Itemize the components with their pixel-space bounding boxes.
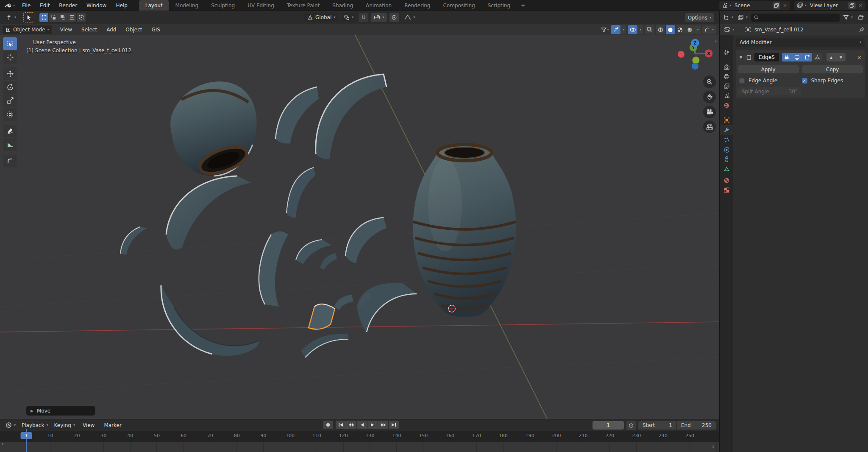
shading-material-button[interactable]	[676, 25, 685, 34]
active-tool-select-box[interactable]	[23, 12, 34, 22]
menu-file[interactable]: File	[17, 0, 35, 11]
workspace-tab-uv-editing[interactable]: UV Editing	[241, 0, 281, 11]
tool-measure[interactable]	[3, 138, 17, 151]
copy-button[interactable]: Copy	[802, 65, 863, 73]
timeline-expand-arrow-right[interactable]: ‹	[712, 443, 714, 449]
view-layer-name[interactable]: View Layer	[807, 3, 847, 8]
modifier-cage-toggle[interactable]	[812, 53, 822, 61]
move-modifier-up-button[interactable]: ▲	[826, 53, 836, 61]
proportional-falloff-dropdown[interactable]: ▾	[401, 13, 418, 22]
menu-edit[interactable]: Edit	[35, 0, 54, 11]
operator-panel[interactable]: ▶ Move	[26, 406, 95, 416]
transform-orientation-dropdown[interactable]: Global ▾	[304, 13, 338, 22]
properties-editor-type-button[interactable]: ▾	[723, 25, 735, 34]
tab-output[interactable]	[720, 71, 733, 82]
jump-to-end-button[interactable]	[389, 421, 399, 429]
viewport-menu-add[interactable]: Add	[102, 24, 121, 35]
outliner-editor-type-button[interactable]: ▾	[722, 13, 734, 22]
outliner-search-input[interactable]	[761, 15, 837, 20]
timeline-expand-arrow-left[interactable]: ›	[2, 441, 4, 447]
add-workspace-button[interactable]: +	[517, 0, 529, 11]
jump-to-start-button[interactable]	[336, 421, 346, 429]
workspace-tab-modeling[interactable]: Modeling	[169, 0, 205, 11]
shading-solid-button[interactable]	[666, 25, 675, 34]
workspace-tab-compositing[interactable]: Compositing	[437, 0, 481, 11]
viewport-ortho-toggle-button[interactable]	[703, 120, 716, 133]
viewport-menu-select[interactable]: Select	[77, 24, 102, 35]
broken-vase-top[interactable]	[170, 81, 256, 179]
current-frame-field[interactable]: 1	[593, 421, 624, 430]
copy-scene-icon[interactable]	[773, 2, 780, 9]
move-modifier-down-button[interactable]: ▼	[836, 53, 846, 61]
play-reverse-button[interactable]	[357, 421, 367, 429]
workspace-tab-texture-paint[interactable]: Texture Paint	[281, 0, 326, 11]
menu-window[interactable]: Window	[82, 0, 111, 11]
tool-rotate[interactable]	[3, 81, 17, 94]
tool-cursor[interactable]	[3, 51, 17, 64]
tab-object[interactable]	[720, 115, 733, 126]
modifier-render-toggle[interactable]	[782, 53, 792, 61]
tool-select-box[interactable]	[3, 37, 17, 50]
timeline-menu-view[interactable]: View	[78, 420, 99, 431]
viewport-canvas[interactable]: User Perspective (1) Scene Collection | …	[0, 35, 719, 419]
tab-tool[interactable]	[720, 47, 733, 58]
viewport-zoom-button[interactable]	[703, 75, 716, 88]
tab-particles[interactable]	[720, 135, 733, 145]
viewport-pan-button[interactable]	[703, 91, 716, 103]
remove-view-layer-icon[interactable]: ×	[857, 2, 864, 9]
select-mode-subtract[interactable]	[58, 13, 67, 22]
edge-angle-checkbox[interactable]	[739, 78, 745, 84]
timeline-ruler[interactable]: 1020304050607080901001101201301401501601…	[0, 431, 719, 442]
tool-transform[interactable]	[3, 108, 17, 121]
viewport-menu-view[interactable]: View	[56, 24, 77, 35]
timeline-tracks[interactable]	[0, 442, 719, 452]
timeline-editor-type-button[interactable]: ▾	[3, 421, 19, 430]
end-frame-field[interactable]: End 250	[677, 421, 716, 430]
workspace-tab-shading[interactable]: Shading	[326, 0, 359, 11]
modifier-editmode-toggle[interactable]	[802, 53, 812, 61]
outliner-display-mode-button[interactable]: ▾	[737, 13, 748, 22]
remove-modifier-button[interactable]: ×	[856, 54, 863, 61]
scene-name[interactable]: Scene	[731, 3, 772, 8]
add-modifier-button[interactable]: Add Modifier ▾	[736, 38, 865, 47]
workspace-tab-sculpting[interactable]: Sculpting	[205, 0, 241, 11]
edge-angle-option[interactable]: Edge Angle	[738, 78, 801, 84]
start-frame-field[interactable]: Start 1	[638, 421, 676, 430]
viewport-menu-gis[interactable]: GIS	[147, 24, 164, 35]
copy-view-layer-icon[interactable]	[848, 2, 856, 9]
workspace-tab-animation[interactable]: Animation	[359, 0, 398, 11]
xray-toggle[interactable]	[645, 25, 654, 34]
outliner-search[interactable]	[751, 14, 840, 22]
navigation-gizmo[interactable]: Y Z X	[675, 35, 719, 78]
snap-toggle[interactable]	[359, 13, 368, 22]
tab-scene[interactable]	[720, 90, 733, 101]
playhead[interactable]: 1	[21, 432, 32, 439]
split-angle-slider[interactable]: Split Angle 30°	[738, 87, 801, 95]
pivot-point-dropdown[interactable]: ▾	[341, 13, 356, 22]
workspace-tab-rendering[interactable]: Rendering	[398, 0, 437, 11]
scene-selector[interactable]: ▾ Scene ×	[719, 1, 790, 10]
menu-render[interactable]: Render	[54, 0, 82, 11]
play-button[interactable]	[367, 421, 378, 429]
sharp-edges-checkbox[interactable]	[802, 78, 807, 84]
overlays-dropdown[interactable]: ▾	[638, 25, 643, 34]
visibility-filter-dropdown[interactable]: ▾	[600, 25, 609, 34]
use-preview-range-toggle[interactable]	[626, 421, 636, 430]
select-mode-invert[interactable]	[67, 13, 76, 22]
next-keyframe-button[interactable]	[378, 421, 388, 429]
apply-button[interactable]: Apply	[738, 65, 799, 73]
modifier-realtime-toggle[interactable]	[792, 53, 802, 61]
tab-object-data[interactable]	[720, 164, 733, 174]
render-preview-dropdown[interactable]: ▾	[702, 25, 716, 34]
show-gizmo-toggle[interactable]	[611, 25, 620, 34]
3d-scene[interactable]	[0, 35, 719, 419]
editor-type-button[interactable]: ▾	[3, 13, 19, 22]
shading-dropdown[interactable]: ▾	[695, 25, 701, 34]
tab-material[interactable]	[720, 175, 733, 186]
record-button[interactable]	[323, 421, 333, 429]
select-mode-set[interactable]	[39, 13, 48, 22]
intact-vase[interactable]	[413, 144, 516, 317]
tool-move[interactable]	[3, 67, 17, 80]
gizmo-dropdown[interactable]: ▾	[621, 25, 626, 34]
blender-logo-icon[interactable]: ▾	[0, 2, 17, 8]
